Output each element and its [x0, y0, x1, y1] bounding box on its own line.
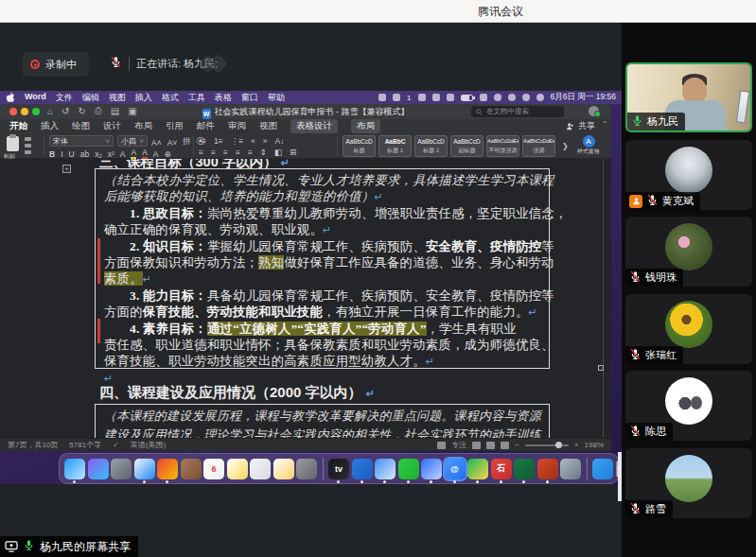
participant-tile-路雪[interactable]: 路雪: [625, 448, 752, 518]
dock-excel-icon[interactable]: [514, 459, 535, 479]
borders-icon[interactable]: ⊞: [290, 148, 296, 157]
participant-tile-陈思[interactable]: 陈思: [625, 371, 752, 441]
style-card-不明显强调[interactable]: AaBbCcDdEe不明显强调: [486, 135, 519, 157]
save-icon[interactable]: ▣: [128, 106, 136, 116]
tab-引用[interactable]: 引用: [166, 120, 184, 132]
tab-邮件[interactable]: 邮件: [197, 120, 215, 132]
style-card-标题 2[interactable]: AaBbCcD标题 2: [414, 135, 448, 157]
web-layout-icon[interactable]: [486, 442, 495, 449]
styles-more-icon[interactable]: ❯: [562, 142, 569, 150]
styles-pane-button[interactable]: A 样式窗格: [570, 135, 607, 155]
tab-设计[interactable]: 设计: [103, 120, 121, 132]
focus-mode-icon[interactable]: [437, 442, 446, 449]
table-resize-handle[interactable]: [598, 365, 604, 371]
menu-表格[interactable]: 表格: [215, 92, 232, 104]
dock-preview-image-icon[interactable]: [560, 459, 581, 479]
participant-tile-张瑞红[interactable]: 张瑞红: [625, 294, 752, 364]
dock-finder-icon[interactable]: [64, 459, 85, 479]
account-avatar[interactable]: [589, 106, 599, 116]
participant-tile-钱明珠[interactable]: 钱明珠: [625, 217, 752, 287]
font-name-select[interactable]: 宋体˅: [49, 135, 114, 147]
dock-shimo-docs-icon[interactable]: 石: [491, 459, 512, 479]
tab-布局[interactable]: 布局: [134, 120, 152, 132]
shading-icon[interactable]: ◧: [274, 148, 282, 157]
outdent-icon[interactable]: «: [251, 136, 255, 146]
text-effects-icon[interactable]: A: [120, 149, 126, 159]
style-card-标题 1[interactable]: AaBbC标题 1: [378, 135, 412, 157]
home-icon[interactable]: ⌂: [47, 106, 53, 116]
zoom-in-icon[interactable]: +: [574, 441, 579, 449]
dock-powerpoint-icon[interactable]: [537, 459, 558, 479]
menu-工具[interactable]: 工具: [188, 92, 205, 104]
shapes-icon[interactable]: [378, 94, 386, 101]
indent-icon[interactable]: »: [263, 136, 268, 146]
menu-插入[interactable]: 插入: [135, 92, 152, 104]
dock-launchpad-icon[interactable]: [111, 459, 132, 479]
participant-tile-杨九民[interactable]: 杨九民: [625, 62, 752, 132]
dock-app-store-icon[interactable]: [181, 459, 202, 479]
superscript-icon[interactable]: x²: [108, 149, 114, 159]
menu-编辑[interactable]: 编辑: [82, 92, 99, 104]
recording-badge[interactable]: 录制中: [23, 52, 89, 77]
battery-icon[interactable]: [461, 95, 473, 101]
share-button[interactable]: 共享: [566, 120, 595, 132]
dock-safari-icon[interactable]: [134, 459, 155, 479]
collapse-ribbon-button[interactable]: ⌃: [602, 120, 608, 129]
menu-app-name[interactable]: Word: [25, 92, 46, 104]
paste-icon[interactable]: [7, 136, 19, 151]
search-box[interactable]: 在文档中搜索: [471, 106, 564, 117]
menu-帮助[interactable]: 帮助: [268, 92, 285, 104]
participant-tile-黄克斌[interactable]: 黄克斌: [625, 140, 752, 210]
document-scrollbar[interactable]: [603, 159, 604, 438]
justify-icon[interactable]: ≡: [236, 148, 240, 157]
increase-font-icon[interactable]: A˄: [151, 138, 162, 148]
undo-icon[interactable]: ↺: [62, 106, 69, 116]
close-button[interactable]: [9, 108, 17, 115]
dock-calendar-icon[interactable]: 6: [203, 459, 224, 479]
strikethrough-icon[interactable]: ab: [80, 149, 89, 159]
dock-reminders-icon[interactable]: [250, 459, 271, 479]
font-color-icon[interactable]: A: [142, 148, 148, 159]
tab-表格设计[interactable]: 表格设计: [290, 119, 338, 133]
dock-notes-icon[interactable]: [227, 459, 248, 479]
asian-layout-icon[interactable]: ⊕: [164, 149, 170, 159]
multilevel-icon[interactable]: ⋮≡: [231, 136, 243, 146]
meeting-icon[interactable]: [536, 94, 544, 101]
redo-icon[interactable]: ↻: [78, 106, 85, 116]
zoom-button[interactable]: [32, 108, 40, 115]
page-indicator[interactable]: 第7页，共10页: [8, 440, 58, 450]
dock-system-preferences-icon[interactable]: [296, 459, 317, 479]
subscript-icon[interactable]: x₂: [95, 149, 102, 159]
bold-icon[interactable]: B: [49, 149, 55, 159]
align-left-icon[interactable]: ≡: [199, 148, 203, 157]
style-card-强调[interactable]: AaBbCcDdEe强调: [522, 135, 555, 157]
dock-onedrive-icon[interactable]: [352, 459, 373, 479]
align-right-icon[interactable]: ≡: [223, 148, 228, 157]
outline-view-icon[interactable]: [501, 442, 509, 449]
clipboard-small-icons[interactable]: [25, 137, 31, 154]
underline-icon[interactable]: U: [69, 149, 75, 159]
dock-photos-icon[interactable]: [273, 459, 294, 479]
zoom-slider[interactable]: [525, 444, 569, 446]
tab-开始[interactable]: 开始: [9, 120, 27, 132]
dock-tencent-video-icon[interactable]: [467, 459, 488, 479]
phonetic-guide-icon[interactable]: 拼: [183, 136, 191, 148]
highlight-color-icon[interactable]: A: [131, 148, 136, 159]
bluetooth-icon[interactable]: [432, 94, 440, 101]
dock-chrome-icon[interactable]: [157, 459, 178, 479]
minimize-button[interactable]: [21, 108, 28, 115]
tab-视图[interactable]: 视图: [259, 120, 277, 132]
menubar-clock[interactable]: 6月6日 周一 19:56: [551, 92, 616, 103]
table-move-handle[interactable]: +: [62, 165, 71, 173]
keyboard-icon[interactable]: [447, 94, 454, 101]
zoom-level[interactable]: 198%: [585, 441, 604, 449]
style-card-副标题[interactable]: AaBbCcD副标题: [450, 135, 483, 157]
new-doc-icon[interactable]: ▤: [111, 106, 119, 116]
dock-tencent-docs-icon[interactable]: [375, 459, 396, 479]
decrease-font-icon[interactable]: A˅: [167, 138, 178, 148]
dock-wechat-icon[interactable]: [398, 459, 419, 479]
italic-icon[interactable]: I: [61, 149, 62, 159]
word-count[interactable]: 5781个字: [69, 440, 101, 450]
tab-插入[interactable]: 插入: [41, 120, 59, 132]
dock-downloads-folder-icon[interactable]: [592, 459, 613, 479]
